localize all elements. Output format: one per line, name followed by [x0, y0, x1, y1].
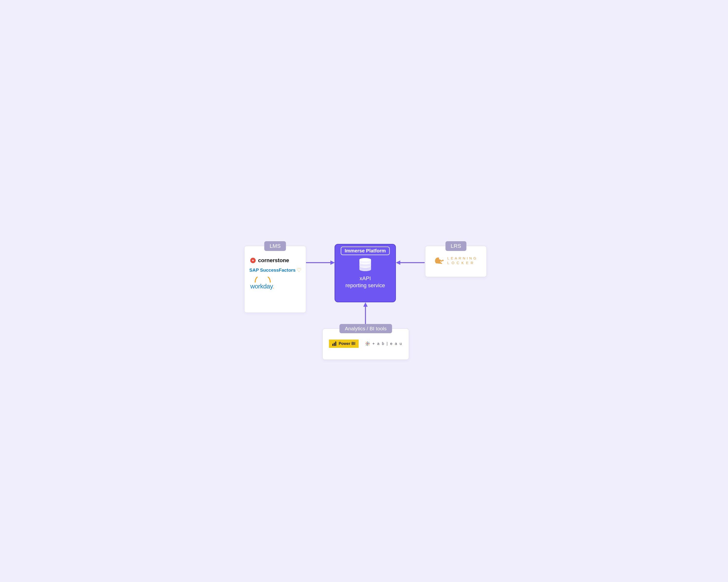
lms-card: LMS ✦ cornerstone SAP SuccessFactors ♡ w…: [244, 246, 306, 313]
svg-marker-1: [330, 261, 335, 265]
platform-title-line2: reporting service: [335, 282, 395, 289]
lms-header: LMS: [264, 241, 286, 251]
lrs-card: LRS LEARNING LOCKER: [425, 246, 487, 277]
powerbi-logo: Power BI: [329, 340, 359, 348]
workday-logo: workday.: [244, 277, 306, 290]
cornerstone-icon: ✦: [250, 258, 256, 263]
learning-locker-line1: LEARNING: [447, 256, 478, 261]
workday-arc-icon: [254, 277, 271, 283]
sap-successfactors-logo: SAP SuccessFactors ♡: [249, 267, 306, 273]
svg-point-8: [442, 260, 444, 261]
svg-line-12: [368, 342, 369, 343]
platform-title: xAPI reporting service: [335, 275, 395, 289]
immerse-platform-card: Immerse Platform xAPI reporting service: [335, 244, 396, 302]
heart-icon: ♡: [296, 267, 302, 273]
sap-label: SAP SuccessFactors: [249, 267, 295, 273]
svg-point-7: [441, 260, 442, 262]
svg-line-13: [366, 344, 367, 345]
powerbi-bars-icon: [332, 342, 336, 346]
cornerstone-logo: ✦ cornerstone: [250, 257, 306, 264]
learning-locker-line2: LOCKER: [447, 261, 478, 265]
svg-marker-5: [363, 302, 368, 307]
architecture-diagram: LMS ✦ cornerstone SAP SuccessFactors ♡ w…: [217, 173, 511, 409]
bi-header: Analytics / BI tools: [339, 324, 392, 333]
arrow-lms-to-platform: [306, 259, 335, 266]
powerbi-label: Power BI: [339, 342, 355, 346]
platform-header: Immerse Platform: [341, 246, 390, 255]
squirrel-icon: [434, 256, 444, 265]
database-icon: [358, 258, 372, 273]
tableau-icon: [365, 341, 370, 346]
arrow-lrs-to-platform: [396, 259, 425, 266]
lrs-header: LRS: [445, 241, 467, 251]
tableau-logo: + a b | e a u: [365, 341, 402, 346]
cornerstone-label: cornerstone: [258, 257, 289, 264]
svg-line-11: [366, 342, 367, 343]
workday-label: workday.: [250, 283, 306, 290]
svg-line-14: [368, 344, 369, 345]
bi-tools-card: Analytics / BI tools Power BI +: [322, 328, 409, 360]
learning-locker-logo: LEARNING LOCKER: [425, 256, 487, 265]
tableau-label: + a b | e a u: [372, 342, 402, 346]
platform-title-line1: xAPI: [335, 275, 395, 282]
svg-marker-3: [396, 261, 400, 265]
